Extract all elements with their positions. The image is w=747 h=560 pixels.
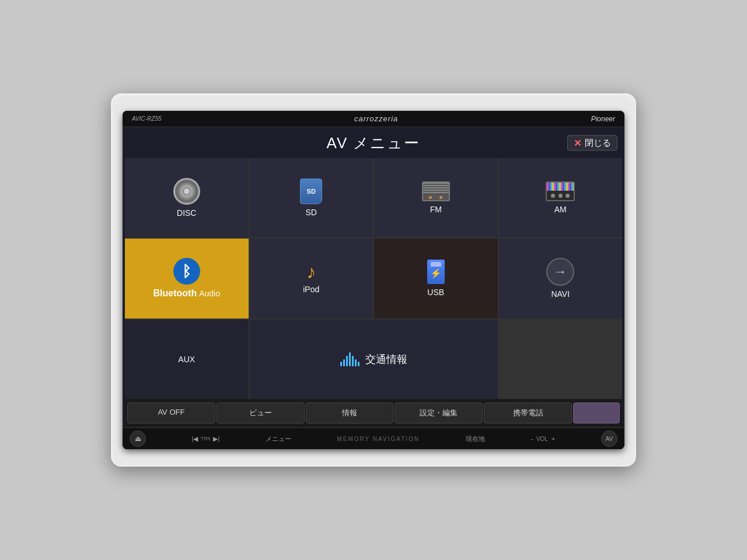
ipod-label: iPod bbox=[303, 285, 319, 294]
traffic-label: 交通情報 bbox=[365, 352, 407, 366]
bluetooth-label: Bluetooth Audio bbox=[153, 288, 220, 299]
vol-plus-button[interactable]: + bbox=[551, 435, 555, 442]
device-frame: AVIC-RZ55 carrozzeria Pioneer AV メニュー ✕ … bbox=[123, 111, 624, 449]
menu-item-bluetooth[interactable]: ᛒ Bluetooth Audio bbox=[125, 239, 249, 318]
close-x-icon: ✕ bbox=[574, 137, 581, 148]
bluetooth-icon: ᛒ bbox=[173, 258, 200, 285]
sd-icon bbox=[300, 178, 322, 204]
traffic-icon bbox=[340, 352, 359, 366]
menu-item-sd[interactable]: SD bbox=[250, 158, 374, 237]
screen: AV メニュー ✕ 閉じる DISC SD bbox=[123, 127, 624, 427]
menu-item-disc[interactable]: DISC bbox=[125, 158, 249, 237]
usb-label: USB bbox=[427, 288, 444, 297]
model-number: AVIC-RZ55 bbox=[132, 116, 162, 122]
navi-icon: → bbox=[546, 258, 574, 286]
fm-radio-icon bbox=[422, 181, 450, 201]
menu-item-traffic[interactable]: 交通情報 bbox=[250, 320, 498, 399]
vol-minus-button[interactable]: - bbox=[530, 435, 533, 442]
aux-label: AUX bbox=[178, 355, 195, 364]
brand-bar: AVIC-RZ55 carrozzeria Pioneer bbox=[123, 111, 624, 127]
prev-track-button[interactable]: |◀ TRK ▶| bbox=[192, 435, 220, 443]
hw-center-text: MEMORY NAVIGATION bbox=[337, 436, 420, 442]
location-button[interactable]: 現在地 bbox=[466, 435, 485, 443]
page-title: AV メニュー bbox=[327, 133, 421, 153]
vol-label: VOL bbox=[536, 436, 548, 442]
tab-extra[interactable] bbox=[573, 402, 620, 424]
disc-label: DISC bbox=[177, 208, 196, 218]
menu-button[interactable]: メニュー bbox=[266, 435, 291, 443]
sd-label: SD bbox=[306, 208, 317, 217]
menu-item-am[interactable]: AM bbox=[499, 158, 623, 237]
tab-view[interactable]: ビュー bbox=[217, 402, 305, 424]
tab-info[interactable]: 情報 bbox=[306, 402, 394, 424]
ipod-icon: ♪ bbox=[306, 262, 316, 281]
menu-item-fm[interactable]: FM bbox=[374, 158, 498, 237]
close-button[interactable]: ✕ 閉じる bbox=[567, 135, 617, 150]
fm-label: FM bbox=[430, 205, 442, 214]
disc-icon bbox=[173, 178, 200, 205]
av-round-button[interactable]: AV bbox=[601, 430, 617, 447]
menu-item-navi[interactable]: → NAVI bbox=[499, 239, 623, 318]
menu-grid: DISC SD F bbox=[125, 158, 622, 399]
usb-icon: ⚡ bbox=[427, 260, 445, 284]
vol-section: - VOL + bbox=[530, 435, 555, 442]
am-label: AM bbox=[554, 205, 567, 214]
tab-phone[interactable]: 携帯電話 bbox=[484, 402, 572, 424]
hw-controls: ⏏ |◀ TRK ▶| メニュー MEMORY NAVIGATION 現在地 -… bbox=[123, 427, 624, 449]
brand-name: carrozzeria bbox=[354, 114, 398, 123]
menu-item-usb[interactable]: ⚡ USB bbox=[374, 239, 498, 318]
menu-hw-label: メニュー bbox=[266, 435, 291, 443]
eject-button[interactable]: ⏏ bbox=[130, 430, 146, 447]
close-label: 閉じる bbox=[585, 137, 611, 148]
tab-av-off[interactable]: AV OFF bbox=[127, 402, 215, 424]
screen-header: AV メニュー ✕ 閉じる bbox=[123, 127, 624, 158]
navi-label: NAVI bbox=[551, 289, 570, 299]
menu-item-ipod[interactable]: ♪ iPod bbox=[250, 239, 374, 318]
menu-item-aux[interactable]: AUX bbox=[125, 320, 249, 399]
am-radio-icon bbox=[546, 181, 575, 201]
car-surround: AVIC-RZ55 carrozzeria Pioneer AV メニュー ✕ … bbox=[111, 93, 636, 467]
tab-settings[interactable]: 設定・編集 bbox=[395, 402, 483, 424]
pioneer-brand: Pioneer bbox=[591, 115, 615, 123]
bottom-tabs: AV OFF ビュー 情報 設定・編集 携帯電話 bbox=[125, 399, 622, 427]
